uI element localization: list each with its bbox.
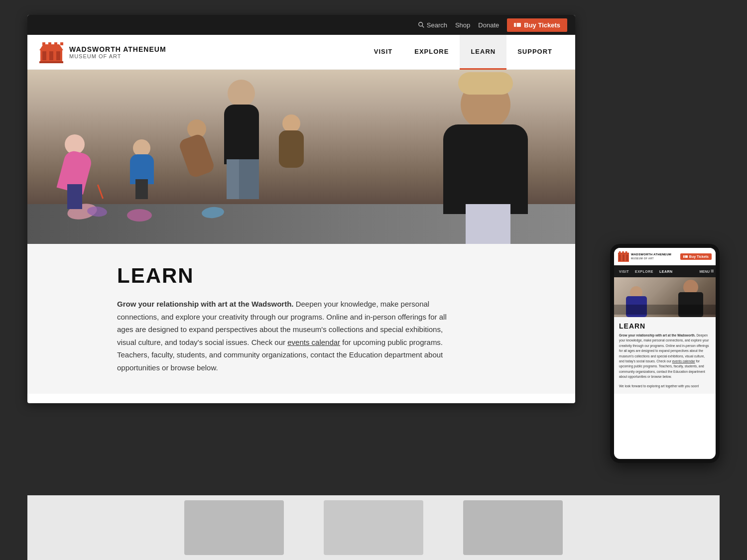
- events-calendar-link[interactable]: events calendar: [287, 338, 340, 346]
- mobile-hero: [614, 277, 716, 317]
- hero-image: [27, 70, 575, 244]
- bottom-card-1: [184, 500, 284, 555]
- page-description: Grow your relationship with art at the W…: [117, 298, 456, 374]
- svg-rect-5: [42, 51, 46, 60]
- mobile-page-description: Grow your relationship with art at the W…: [619, 333, 711, 380]
- bottom-card-2: [324, 500, 423, 555]
- search-link[interactable]: Search: [418, 21, 447, 29]
- mobile-nav: VISIT EXPLORE LEARN MENU ☰: [614, 265, 716, 277]
- mobile-topbar: WADSWORTH ATHENEUM MUSEUM OF ART Buy Tic…: [614, 248, 716, 265]
- buy-tickets-button[interactable]: Buy Tickets: [507, 18, 567, 32]
- content-area: LEARN Grow your relationship with art at…: [27, 244, 575, 394]
- logo-subtitle: MUSEUM OF ART: [69, 53, 166, 59]
- svg-line-1: [422, 26, 424, 28]
- shop-label: Shop: [455, 21, 470, 29]
- main-nav: WADSWORTH ATHENEUM MUSEUM OF ART VISIT E…: [27, 35, 575, 70]
- mobile-menu-label: MENU: [699, 270, 710, 273]
- logo-area[interactable]: WADSWORTH ATHENEUM MUSEUM OF ART: [39, 40, 166, 64]
- bottom-card-3: [463, 500, 563, 555]
- donate-link[interactable]: Donate: [478, 21, 499, 29]
- search-label: Search: [427, 21, 447, 29]
- nav-support[interactable]: SUPPORT: [506, 35, 563, 70]
- utility-bar: Search Shop Donate Buy Tickets: [27, 15, 575, 35]
- svg-rect-20: [622, 251, 624, 253]
- svg-rect-12: [54, 42, 57, 45]
- mobile-nav-learn[interactable]: LEARN: [656, 265, 676, 277]
- mobile-ticket-icon: [683, 255, 688, 258]
- hero-art-scene: [27, 70, 575, 244]
- mobile-logo-area: WADSWORTH ATHENEUM MUSEUM OF ART: [618, 251, 671, 262]
- mobile-description-text: Deepen your knowledge, make personal con…: [619, 334, 709, 363]
- mobile-description-bold: Grow your relationship with art at the W…: [619, 334, 696, 337]
- mobile-logo-text: WADSWORTH ATHENEUM MUSEUM OF ART: [631, 253, 671, 260]
- mobile-menu-icon: ☰: [711, 269, 714, 273]
- svg-rect-15: [619, 254, 621, 261]
- mobile-nav-visit[interactable]: VISIT: [616, 265, 632, 277]
- mobile-screen: WADSWORTH ATHENEUM MUSEUM OF ART Buy Tic…: [614, 248, 716, 459]
- mobile-footer-text: We look forward to exploring art togethe…: [619, 384, 711, 389]
- bottom-area: [27, 495, 720, 560]
- svg-point-0: [419, 22, 423, 26]
- svg-rect-2: [514, 23, 521, 27]
- mobile-logo-icon: [618, 251, 629, 262]
- svg-rect-3: [516, 22, 517, 27]
- mobile-frame: WADSWORTH ATHENEUM MUSEUM OF ART Buy Tic…: [610, 244, 720, 463]
- svg-rect-7: [56, 51, 60, 60]
- svg-rect-9: [39, 61, 63, 63]
- logo-text: WADSWORTH ATHENEUM MUSEUM OF ART: [69, 45, 166, 59]
- svg-rect-22: [683, 255, 688, 257]
- logo-title: WADSWORTH ATHENEUM: [69, 45, 166, 53]
- svg-rect-11: [48, 42, 51, 45]
- mobile-menu-button[interactable]: MENU ☰: [699, 269, 714, 273]
- mobile-buy-tickets-button[interactable]: Buy Tickets: [680, 253, 712, 260]
- nav-links: VISIT EXPLORE LEARN SUPPORT: [363, 35, 563, 70]
- svg-rect-16: [622, 254, 624, 261]
- browser-frame: Search Shop Donate Buy Tickets: [27, 15, 575, 403]
- page-title: LEARN: [117, 264, 486, 288]
- svg-rect-19: [619, 251, 621, 253]
- buy-tickets-label: Buy Tickets: [524, 21, 560, 29]
- ticket-icon: [514, 22, 521, 27]
- mobile-content: LEARN Grow your relationship with art at…: [614, 317, 716, 394]
- mobile-logo-subtitle: MUSEUM OF ART: [631, 257, 671, 260]
- search-icon: [418, 21, 425, 28]
- svg-rect-17: [626, 254, 628, 261]
- museum-logo-icon: [39, 40, 63, 64]
- mobile-logo-title: WADSWORTH ATHENEUM: [631, 253, 671, 257]
- nav-visit[interactable]: VISIT: [363, 35, 404, 70]
- svg-rect-23: [684, 255, 685, 258]
- nav-explore[interactable]: EXPLORE: [403, 35, 460, 70]
- svg-rect-13: [60, 42, 63, 45]
- donate-label: Donate: [478, 21, 499, 29]
- mobile-buy-tickets-label: Buy Tickets: [689, 255, 709, 258]
- mobile-nav-explore[interactable]: EXPLORE: [632, 265, 656, 277]
- mobile-page-title: LEARN: [619, 322, 711, 330]
- svg-rect-21: [625, 251, 627, 253]
- mobile-events-calendar-link[interactable]: events calendar: [672, 359, 695, 363]
- shop-link[interactable]: Shop: [455, 21, 470, 29]
- description-bold: Grow your relationship with art at the W…: [117, 300, 293, 308]
- nav-learn[interactable]: LEARN: [460, 35, 506, 70]
- svg-rect-10: [42, 42, 45, 45]
- svg-rect-6: [49, 51, 53, 60]
